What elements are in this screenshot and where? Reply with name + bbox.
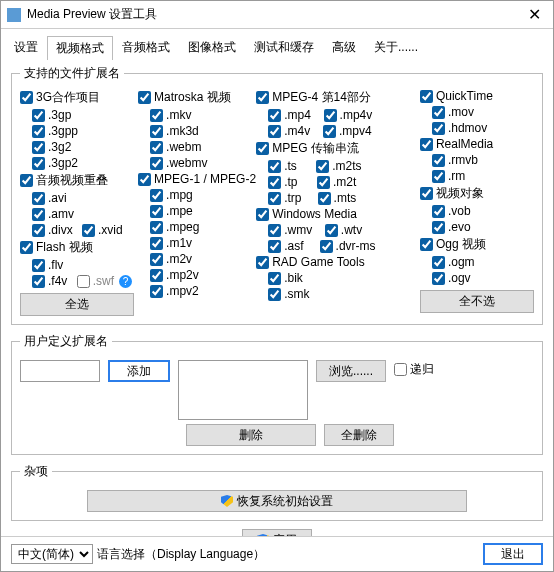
delete-button[interactable]: 删除	[186, 424, 316, 446]
chk-realmedia[interactable]: RealMedia	[420, 136, 534, 152]
chk-xvid[interactable]	[82, 224, 95, 237]
chk-ogm[interactable]: .ogm	[432, 254, 534, 270]
chk-windowsmedia[interactable]: Windows Media	[256, 206, 416, 222]
chk-3gpp[interactable]: .3gpp	[32, 123, 134, 139]
chk-vob[interactable]: .vob	[432, 203, 534, 219]
group-user: 用户定义扩展名 添加 浏览...... 递归 删除 全删除	[11, 333, 543, 455]
group-supported: 支持的文件扩展名 3G合作项目 .3gp .3gpp .3g2 .3gp2 音频…	[11, 65, 543, 325]
chk-mts[interactable]	[318, 192, 331, 205]
tab-settings[interactable]: 设置	[5, 35, 47, 59]
chk-ts[interactable]	[268, 160, 281, 173]
chk-smk[interactable]: .smk	[268, 286, 416, 302]
chk-ogg[interactable]: Ogg 视频	[420, 235, 534, 254]
chk-mpegts[interactable]: MPEG 传输串流	[256, 139, 416, 158]
chk-bik[interactable]: .bik	[268, 270, 416, 286]
chk-avi-overlay[interactable]: 音频视频重叠	[20, 171, 134, 190]
chk-videoobject[interactable]: 视频对象	[420, 184, 534, 203]
restore-defaults-button[interactable]: 恢复系统初始设置	[87, 490, 467, 512]
deselect-all-button[interactable]: 全不选	[420, 290, 534, 313]
delete-all-button[interactable]: 全删除	[324, 424, 394, 446]
chk-evo[interactable]: .evo	[432, 219, 534, 235]
chk-trp[interactable]	[268, 192, 281, 205]
chk-tp[interactable]	[268, 176, 281, 189]
chk-m2ts[interactable]	[316, 160, 329, 173]
help-icon[interactable]: ?	[119, 275, 132, 288]
chk-mpg[interactable]: .mpg	[150, 187, 252, 203]
chk-mpeg[interactable]: .mpeg	[150, 219, 252, 235]
chk-asf[interactable]	[268, 240, 281, 253]
chk-3gp2[interactable]: .3gp2	[32, 155, 134, 171]
chk-f4v[interactable]	[32, 275, 45, 288]
chk-mk3d[interactable]: .mk3d	[150, 123, 252, 139]
chk-mpv4[interactable]	[323, 125, 336, 138]
chk-mov[interactable]: .mov	[432, 104, 534, 120]
chk-rmvb[interactable]: .rmvb	[432, 152, 534, 168]
user-ext-input[interactable]	[20, 360, 100, 382]
chk-divx[interactable]	[32, 224, 45, 237]
col-4: QuickTime .mov .hdmov RealMedia .rmvb .r…	[420, 88, 534, 316]
exit-button[interactable]: 退出	[483, 543, 543, 565]
misc-legend: 杂项	[20, 463, 52, 480]
col-3: MPEG-4 第14部分 .mp4 .mp4v .m4v .mpv4 MPEG …	[256, 88, 416, 316]
language-select[interactable]: 中文(简体)	[11, 544, 93, 564]
user-legend: 用户定义扩展名	[20, 333, 112, 350]
language-label: 语言选择（Display Language）	[97, 546, 265, 563]
chk-m2t[interactable]	[317, 176, 330, 189]
chk-mpe[interactable]: .mpe	[150, 203, 252, 219]
shield-icon	[221, 495, 233, 507]
close-icon[interactable]: ✕	[522, 5, 547, 24]
browse-button[interactable]: 浏览......	[316, 360, 386, 382]
tab-row: 设置 视频格式 音频格式 图像格式 测试和缓存 高级 关于......	[1, 29, 553, 59]
chk-mp2v[interactable]: .mp2v	[150, 267, 252, 283]
chk-dvrms[interactable]	[320, 240, 333, 253]
supported-legend: 支持的文件扩展名	[20, 65, 124, 82]
chk-3g2[interactable]: .3g2	[32, 139, 134, 155]
chk-webm[interactable]: .webm	[150, 139, 252, 155]
chk-3g[interactable]: 3G合作项目	[20, 88, 134, 107]
chk-mp4v[interactable]	[324, 109, 337, 122]
chk-m1v[interactable]: .m1v	[150, 235, 252, 251]
shield-icon	[257, 534, 269, 536]
chk-rm[interactable]: .rm	[432, 168, 534, 184]
chk-mkv[interactable]: .mkv	[150, 107, 252, 123]
chk-wmv[interactable]	[268, 224, 281, 237]
col-2: Matroska 视频 .mkv .mk3d .webm .webmv MPEG…	[138, 88, 252, 316]
chk-3gp[interactable]: .3gp	[32, 107, 134, 123]
chk-mpeg4[interactable]: MPEG-4 第14部分	[256, 88, 416, 107]
chk-m2v[interactable]: .m2v	[150, 251, 252, 267]
chk-quicktime[interactable]: QuickTime	[420, 88, 534, 104]
user-list[interactable]	[178, 360, 308, 420]
content: 支持的文件扩展名 3G合作项目 .3gp .3gpp .3g2 .3gp2 音频…	[1, 59, 553, 536]
chk-mpv2[interactable]: .mpv2	[150, 283, 252, 299]
tab-image[interactable]: 图像格式	[179, 35, 245, 59]
chk-wtv[interactable]	[325, 224, 338, 237]
add-button[interactable]: 添加	[108, 360, 170, 382]
chk-flv[interactable]: .flv	[32, 257, 134, 273]
chk-swf[interactable]	[77, 275, 90, 288]
select-all-button[interactable]: 全选	[20, 293, 134, 316]
tab-video[interactable]: 视频格式	[47, 36, 113, 60]
chk-hdmov[interactable]: .hdmov	[432, 120, 534, 136]
chk-m4v[interactable]	[268, 125, 281, 138]
chk-matroska[interactable]: Matroska 视频	[138, 88, 252, 107]
col-1: 3G合作项目 .3gp .3gpp .3g2 .3gp2 音频视频重叠 .avi…	[20, 88, 134, 316]
chk-ogv[interactable]: .ogv	[432, 270, 534, 286]
chk-amv[interactable]: .amv	[32, 206, 134, 222]
chk-rad[interactable]: RAD Game Tools	[256, 254, 416, 270]
app-title: Media Preview 设置工具	[27, 6, 157, 23]
chk-mp4[interactable]	[268, 109, 281, 122]
chk-flash[interactable]: Flash 视频	[20, 238, 134, 257]
tab-audio[interactable]: 音频格式	[113, 35, 179, 59]
chk-mpeg12[interactable]: MPEG-1 / MPEG-2	[138, 171, 252, 187]
tab-about[interactable]: 关于......	[365, 35, 427, 59]
chk-webmv[interactable]: .webmv	[150, 155, 252, 171]
apply-button[interactable]: 应用	[242, 529, 312, 536]
footer: 中文(简体) 语言选择（Display Language） 退出	[1, 536, 553, 571]
group-misc: 杂项 恢复系统初始设置	[11, 463, 543, 521]
chk-avi[interactable]: .avi	[32, 190, 134, 206]
tab-test-cache[interactable]: 测试和缓存	[245, 35, 323, 59]
app-icon	[7, 8, 21, 22]
tab-advanced[interactable]: 高级	[323, 35, 365, 59]
chk-recurse[interactable]: 递归	[394, 360, 434, 379]
titlebar: Media Preview 设置工具 ✕	[1, 1, 553, 29]
